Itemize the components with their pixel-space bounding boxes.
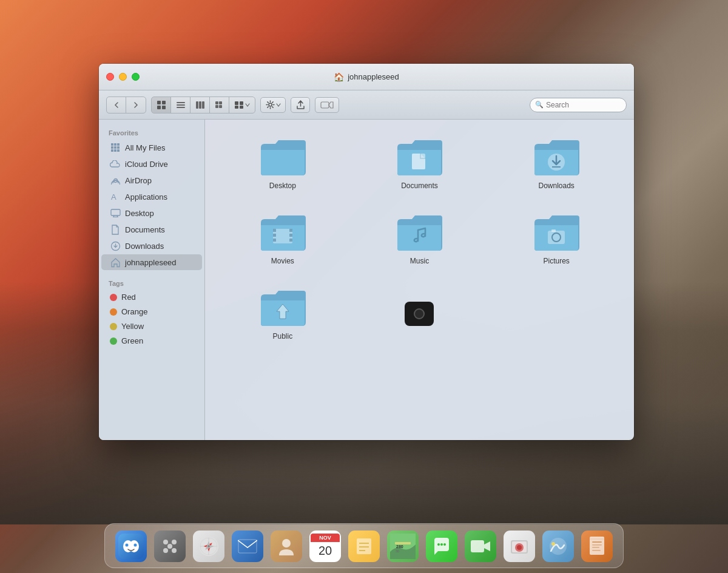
share-button[interactable] — [291, 97, 310, 113]
sidebar-item-documents[interactable]: Documents — [101, 222, 202, 237]
svg-rect-7 — [196, 101, 198, 109]
dock-iphoto[interactable] — [541, 529, 576, 564]
svg-point-54 — [163, 540, 168, 544]
back-button[interactable] — [107, 97, 126, 113]
dock-photo-booth[interactable] — [502, 529, 537, 564]
svg-rect-66 — [238, 539, 257, 554]
sidebar-item-applications[interactable]: A Applications — [101, 189, 202, 205]
sidebar-tag-red[interactable]: Red — [101, 290, 202, 304]
sidebar-item-downloads[interactable]: Downloads — [101, 238, 202, 254]
file-item-desktop[interactable]: Desktop — [217, 132, 348, 195]
dock-facetime[interactable] — [463, 529, 498, 564]
gear-action-button[interactable] — [260, 97, 286, 113]
dock-contacts[interactable] — [269, 529, 304, 564]
tag-button[interactable] — [315, 97, 339, 113]
svg-point-18 — [269, 103, 272, 106]
dock: NOV 20 280 3D — [104, 523, 624, 568]
desktop-icon — [110, 208, 121, 219]
sidebar-item-airdrop[interactable]: AirDrop — [101, 172, 202, 188]
svg-rect-67 — [238, 540, 257, 553]
maximize-button[interactable] — [132, 73, 140, 81]
view-columns-button[interactable] — [190, 97, 210, 113]
sidebar-tag-green[interactable]: Green — [101, 334, 202, 348]
sidebar-tag-yellow[interactable]: Yellow — [101, 319, 202, 333]
dock-safari[interactable] — [191, 529, 226, 564]
svg-rect-26 — [111, 149, 113, 152]
svg-point-86 — [551, 542, 555, 546]
file-item-public[interactable]: Public — [217, 282, 348, 345]
file-item-music[interactable]: Music — [354, 207, 485, 270]
view-cover-button[interactable] — [210, 97, 229, 113]
close-button[interactable] — [106, 73, 114, 81]
sidebar-tag-orange[interactable]: Orange — [101, 305, 202, 319]
applications-icon: A — [110, 191, 121, 202]
messages-icon — [426, 531, 457, 562]
search-icon: 🔍 — [535, 101, 544, 109]
red-tag-dot — [110, 294, 117, 301]
sidebar-item-label: iCloud Drive — [125, 160, 168, 169]
search-input[interactable] — [546, 101, 634, 109]
documents-icon — [110, 224, 121, 235]
calendar-day: 20 — [318, 542, 332, 559]
view-icon-button[interactable] — [152, 97, 171, 113]
sidebar-item-all-my-files[interactable]: All My Files — [101, 140, 202, 155]
favorites-header: Favorites — [99, 124, 204, 139]
file-label: Documents — [401, 181, 438, 190]
forward-button[interactable] — [126, 97, 146, 113]
dock-finder[interactable] — [113, 529, 149, 564]
dock-notes[interactable] — [346, 529, 382, 564]
svg-point-77 — [437, 543, 440, 546]
dock-messages[interactable] — [424, 529, 459, 564]
view-buttons — [151, 97, 255, 114]
folder-icon-desktop — [258, 137, 307, 178]
dock-calendar[interactable]: NOV 20 — [308, 529, 343, 564]
file-item-movies[interactable]: Movies — [217, 207, 348, 270]
dock-maps[interactable]: 280 3D — [385, 529, 420, 564]
file-item-pictures[interactable]: Pictures — [491, 207, 622, 270]
sidebar-item-desktop[interactable]: Desktop — [101, 205, 202, 221]
dock-launchpad[interactable] — [152, 529, 187, 564]
icloud-icon — [110, 158, 121, 169]
svg-rect-12 — [215, 105, 218, 108]
svg-text:280: 280 — [396, 544, 403, 549]
svg-rect-5 — [177, 104, 185, 106]
svg-point-53 — [134, 544, 137, 547]
folder-icon-music — [395, 212, 443, 253]
dock-pages[interactable] — [579, 529, 615, 564]
sidebar-item-icloud-drive[interactable]: iCloud Drive — [101, 156, 202, 172]
sidebar-item-label: Desktop — [125, 209, 154, 218]
svg-rect-14 — [235, 101, 238, 105]
svg-point-84 — [517, 545, 522, 550]
launchpad-icon — [154, 531, 186, 562]
tags-header: Tags — [99, 275, 204, 290]
svg-rect-44 — [289, 234, 292, 237]
svg-rect-23 — [111, 146, 113, 149]
contacts-icon — [271, 531, 302, 562]
svg-rect-2 — [157, 106, 161, 109]
file-item-camera — [354, 282, 485, 345]
file-label: Pictures — [543, 257, 569, 265]
toolbar: 🔍 — [99, 90, 634, 120]
sidebar-item-label: Documents — [125, 225, 165, 234]
file-label: Music — [410, 257, 429, 265]
pages-icon — [581, 531, 613, 562]
sidebar: Favorites All My Files iCloud Drive AirD… — [99, 120, 205, 440]
nav-buttons — [106, 97, 146, 114]
file-label: Public — [272, 332, 292, 341]
sidebar-item-home[interactable]: johnappleseed — [101, 254, 202, 270]
view-arrange-button[interactable] — [229, 97, 255, 113]
svg-rect-0 — [157, 101, 161, 104]
file-label: Desktop — [269, 181, 296, 190]
file-item-documents[interactable]: Documents — [354, 132, 485, 195]
svg-rect-42 — [273, 239, 276, 242]
svg-rect-21 — [114, 143, 116, 146]
svg-point-79 — [443, 543, 446, 546]
svg-rect-9 — [202, 101, 204, 109]
window-title-icon: 🏠 — [334, 72, 344, 82]
view-list-button[interactable] — [171, 97, 190, 113]
dock-mail[interactable] — [230, 529, 265, 564]
file-item-downloads[interactable]: Downloads — [491, 132, 622, 195]
minimize-button[interactable] — [119, 73, 127, 81]
folder-icon-documents — [395, 137, 443, 178]
finder-window: 🏠 johnappleseed — [99, 64, 634, 440]
